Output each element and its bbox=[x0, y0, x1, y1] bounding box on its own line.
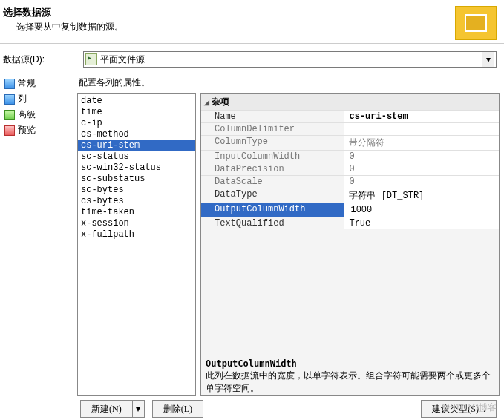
property-value[interactable]: 0 bbox=[344, 176, 499, 188]
collapse-icon[interactable]: ◢ bbox=[204, 99, 209, 106]
list-item[interactable]: sc-bytes bbox=[78, 185, 195, 196]
sidebar-item-advanced[interactable]: 高级 bbox=[4, 108, 74, 122]
property-value[interactable]: 0 bbox=[344, 163, 499, 175]
list-item[interactable]: sc-win32-status bbox=[78, 163, 195, 174]
datasource-combo[interactable]: 平面文件源 ▾ bbox=[83, 51, 497, 68]
sidebar-item-columns[interactable]: 列 bbox=[4, 92, 74, 106]
property-row[interactable]: DataPrecision0 bbox=[201, 163, 499, 175]
property-value[interactable]: 字符串 [DT_STR] bbox=[344, 188, 499, 203]
property-description: OutputColumnWidth 此列在数据流中的宽度，以单字符表示。组合字符… bbox=[201, 355, 499, 395]
hint-text: 配置各列的属性。 bbox=[79, 76, 500, 89]
list-item[interactable]: sc-status bbox=[78, 151, 195, 163]
property-row[interactable]: ColumnDelimiter bbox=[201, 122, 499, 135]
property-row[interactable]: OutputColumnWidth bbox=[201, 203, 499, 217]
sidebar-item-label: 列 bbox=[18, 93, 27, 105]
wizard-icon bbox=[455, 6, 497, 40]
sidebar-item-preview[interactable]: 预览 bbox=[4, 123, 74, 137]
sidebar-item-label: 预览 bbox=[18, 124, 36, 137]
new-button-group: 新建(N) ▾ bbox=[80, 400, 145, 418]
list-item[interactable]: cs-uri-stem bbox=[78, 140, 195, 151]
preview-icon bbox=[4, 125, 15, 136]
property-name: DataPrecision bbox=[201, 163, 344, 175]
property-name: ColumnDelimiter bbox=[201, 123, 344, 135]
property-value-input[interactable] bbox=[349, 204, 494, 216]
list-item[interactable]: date bbox=[78, 96, 195, 107]
watermark: @51CTO博客 bbox=[441, 401, 497, 414]
property-name: TextQualified bbox=[201, 217, 344, 229]
property-value[interactable]: cs-uri-stem bbox=[344, 111, 499, 122]
columns-listbox[interactable]: datetimec-ipcs-methodcs-uri-stemsc-statu… bbox=[77, 93, 196, 396]
list-item[interactable]: time bbox=[78, 107, 195, 118]
new-button[interactable]: 新建(N) bbox=[80, 400, 133, 418]
list-item[interactable]: c-ip bbox=[78, 118, 195, 129]
list-item[interactable]: sc-substatus bbox=[78, 174, 195, 185]
desc-title: OutputColumnWidth bbox=[206, 358, 297, 369]
property-row[interactable]: TextQualifiedTrue bbox=[201, 217, 499, 229]
list-item[interactable]: x-session bbox=[78, 218, 195, 229]
property-row[interactable]: InputColumnWidth0 bbox=[201, 150, 499, 163]
list-item[interactable]: cs-method bbox=[78, 129, 195, 140]
property-name: DataType bbox=[201, 188, 344, 203]
property-row[interactable]: DataType字符串 [DT_STR] bbox=[201, 188, 499, 203]
sidebar-item-label: 常规 bbox=[18, 77, 36, 90]
property-value[interactable]: 0 bbox=[344, 151, 499, 163]
property-name: OutputColumnWidth bbox=[201, 203, 344, 217]
sidebar-item-general[interactable]: 常规 bbox=[4, 76, 74, 91]
datasource-label: 数据源(D): bbox=[3, 53, 77, 66]
property-value[interactable] bbox=[344, 123, 499, 135]
datasource-value: 平面文件源 bbox=[100, 53, 482, 66]
property-name: Name bbox=[201, 111, 344, 122]
delete-button[interactable]: 删除(L) bbox=[152, 400, 203, 418]
page-title: 选择数据源 bbox=[3, 6, 123, 19]
property-name: DataScale bbox=[201, 176, 344, 188]
property-name: InputColumnWidth bbox=[201, 151, 344, 163]
property-name: ColumnType bbox=[201, 136, 344, 150]
property-value[interactable] bbox=[344, 203, 499, 217]
list-item[interactable]: cs-bytes bbox=[78, 196, 195, 207]
property-row[interactable]: ColumnType带分隔符 bbox=[201, 135, 499, 150]
property-row[interactable]: Namecs-uri-stem bbox=[201, 110, 499, 122]
category-label: 杂项 bbox=[212, 96, 229, 108]
sidebar-item-label: 高级 bbox=[18, 108, 36, 121]
property-category[interactable]: ◢ 杂项 bbox=[201, 94, 499, 110]
advanced-icon bbox=[4, 110, 15, 120]
divider bbox=[0, 43, 504, 44]
flatfile-icon bbox=[85, 53, 97, 65]
property-grid: ◢ 杂项 Namecs-uri-stemColumnDelimiterColum… bbox=[200, 93, 500, 396]
columns-icon bbox=[4, 94, 15, 105]
chevron-down-icon[interactable]: ▾ bbox=[482, 52, 494, 67]
property-value[interactable]: True bbox=[344, 217, 499, 229]
page-subtitle: 选择要从中复制数据的源。 bbox=[16, 21, 123, 33]
property-value[interactable]: 带分隔符 bbox=[344, 136, 499, 150]
sidebar: 常规 列 高级 预览 bbox=[0, 72, 77, 420]
desc-text: 此列在数据流中的宽度，以单字符表示。组合字符可能需要两个或更多个单字符空间。 bbox=[206, 370, 491, 393]
page-icon bbox=[4, 79, 15, 89]
new-dropdown-icon[interactable]: ▾ bbox=[133, 400, 145, 418]
property-row[interactable]: DataScale0 bbox=[201, 175, 499, 188]
list-item[interactable]: time-taken bbox=[78, 207, 195, 218]
list-item[interactable]: x-fullpath bbox=[78, 229, 195, 240]
